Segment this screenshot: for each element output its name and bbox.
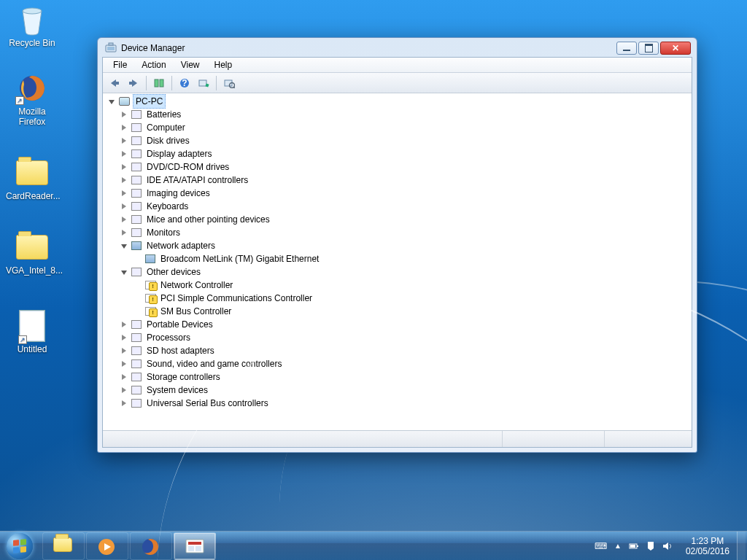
menu-help[interactable]: Help — [209, 58, 239, 71]
media-player-icon — [97, 537, 117, 555]
tree-category-node[interactable]: System devices — [120, 384, 689, 397]
category-icon — [131, 371, 142, 383]
desktop-icon-vga[interactable]: VGA_Intel_8... — [4, 230, 60, 276]
menu-action[interactable]: Action — [136, 58, 171, 71]
tree-expander-icon[interactable] — [120, 359, 128, 368]
tree-expander-icon[interactable] — [120, 123, 128, 132]
tree-category-node[interactable]: Network adapters — [120, 239, 689, 252]
tree-node-label: Storage controllers — [145, 370, 222, 384]
desktop-icon-firefox[interactable]: ↗ Mozilla Firefox — [4, 71, 60, 127]
tree-expander-icon[interactable] — [120, 176, 128, 184]
taskbar-explorer[interactable] — [42, 532, 85, 560]
tree-expander-icon[interactable] — [120, 202, 128, 211]
tree-category-node[interactable]: SD host adapters — [120, 344, 689, 357]
desktop-icon-untitled[interactable]: ↗ Untitled — [4, 309, 60, 354]
maximize-button[interactable] — [638, 42, 659, 55]
tree-root-node[interactable]: PC-PC — [107, 95, 689, 108]
tree-expander-icon[interactable] — [120, 110, 128, 119]
tree-node-label: Batteries — [145, 108, 182, 121]
tree-expander-icon[interactable] — [120, 136, 128, 145]
tree-category-node[interactable]: Portable Devices — [120, 318, 689, 331]
tree-category-node[interactable]: Processors — [120, 331, 689, 344]
clock-date: 02/05/2016 — [686, 546, 729, 556]
category-icon — [131, 240, 142, 252]
svg-rect-6 — [129, 82, 132, 85]
tree-device-node[interactable]: PCI Simple Communications Controller — [133, 292, 689, 305]
svg-rect-3 — [107, 47, 115, 50]
tree-node-label: Other devices — [145, 265, 202, 279]
titlebar[interactable]: Device Manager ✕ — [102, 42, 692, 57]
tree-expander-icon[interactable] — [120, 346, 128, 355]
taskbar-device-manager[interactable] — [174, 532, 216, 560]
tree-expander-icon[interactable] — [120, 149, 128, 158]
tree-node-label: Network Controller — [159, 279, 234, 292]
tree-device-node[interactable]: SM Bus Controller — [133, 305, 689, 318]
toolbar-show-hidden-button[interactable] — [150, 74, 168, 92]
desktop-icon-cardreader[interactable]: CardReader... — [4, 156, 60, 201]
desktop-icon-recycle-bin[interactable]: Recycle Bin — [4, 3, 60, 48]
device-warning-icon — [144, 292, 156, 304]
tree-category-node[interactable]: Keyboards — [120, 200, 689, 213]
menu-view[interactable]: View — [175, 58, 206, 71]
tree-expander-icon[interactable] — [120, 268, 128, 276]
close-button[interactable]: ✕ — [660, 42, 691, 55]
tree-expander-icon[interactable] — [120, 241, 128, 250]
tree-expander-icon[interactable] — [120, 373, 128, 381]
svg-line-15 — [233, 87, 235, 88]
start-button[interactable] — [0, 532, 39, 560]
tree-node-label: Universal Serial Bus controllers — [145, 397, 270, 410]
toolbar-forward-button[interactable] — [125, 74, 142, 92]
svg-rect-5 — [116, 82, 119, 85]
tree-device-node[interactable]: Network Controller — [133, 279, 689, 292]
tree-expander-icon[interactable] — [120, 163, 128, 171]
tree-category-node[interactable]: Display adapters — [120, 147, 689, 160]
category-icon — [131, 201, 142, 212]
tree-category-node[interactable]: Monitors — [120, 226, 689, 239]
tray-action-center-icon[interactable] — [646, 541, 655, 551]
tray-show-hidden-icon[interactable]: ▲ — [614, 542, 622, 550]
desktop-icon-label: VGA_Intel_8... — [4, 265, 60, 276]
tree-category-node[interactable]: DVD/CD-ROM drives — [120, 160, 689, 174]
tree-category-node[interactable]: Disk drives — [120, 134, 689, 147]
tree-category-node[interactable]: Sound, video and game controllers — [120, 357, 689, 370]
toolbar-scan-button[interactable] — [195, 74, 212, 92]
tray-battery-icon[interactable] — [629, 541, 639, 551]
tree-category-node[interactable]: Computer — [120, 121, 689, 134]
tree-category-node[interactable]: Universal Serial Bus controllers — [120, 397, 689, 410]
tree-expander-icon[interactable] — [120, 320, 128, 329]
device-warning-icon — [144, 306, 156, 317]
taskbar-firefox[interactable] — [130, 532, 172, 560]
tree-expander-icon[interactable] — [107, 97, 116, 106]
category-icon — [131, 358, 142, 370]
tree-expander-icon[interactable] — [120, 228, 128, 237]
tree-expander-icon[interactable] — [120, 399, 128, 408]
show-desktop-button[interactable] — [737, 532, 746, 561]
tree-category-node[interactable]: Storage controllers — [120, 370, 689, 384]
tree-node-label: Computer — [145, 121, 187, 134]
desktop[interactable]: Recycle Bin ↗ Mozilla Firefox CardReader… — [0, 0, 747, 560]
mmc-icon — [185, 537, 205, 555]
toolbar-properties-button[interactable] — [220, 74, 238, 92]
tree-node-label: Mice and other pointing devices — [145, 213, 271, 226]
toolbar-help-button[interactable]: ? — [176, 74, 193, 92]
tree-category-node[interactable]: Other devices — [120, 265, 689, 279]
device-warning-icon — [144, 279, 156, 291]
tree-category-node[interactable]: Batteries — [120, 108, 689, 121]
tray-clock[interactable]: 1:23 PM 02/05/2016 — [678, 536, 737, 556]
tree-category-node[interactable]: Imaging devices — [120, 187, 689, 200]
tree-expander-icon[interactable] — [120, 333, 128, 342]
toolbar-back-button[interactable] — [106, 74, 123, 92]
tray-volume-icon[interactable] — [662, 541, 673, 551]
minimize-button[interactable] — [616, 42, 637, 55]
device-tree[interactable]: PC-PCBatteriesComputerDisk drivesDisplay… — [103, 93, 692, 431]
taskbar-media-player[interactable] — [86, 532, 128, 560]
tree-category-node[interactable]: IDE ATA/ATAPI controllers — [120, 174, 689, 187]
tree-expander-icon[interactable] — [120, 215, 128, 224]
tree-expander-icon[interactable] — [120, 386, 128, 394]
tree-expander-icon[interactable] — [120, 189, 128, 198]
menu-file[interactable]: File — [107, 58, 133, 71]
tree-device-node[interactable]: Broadcom NetLink (TM) Gigabit Ethernet — [133, 252, 689, 265]
tree-category-node[interactable]: Mice and other pointing devices — [120, 213, 689, 226]
tray-keyboard-icon[interactable]: ⌨ — [595, 541, 607, 551]
menubar: File Action View Help — [103, 58, 692, 73]
